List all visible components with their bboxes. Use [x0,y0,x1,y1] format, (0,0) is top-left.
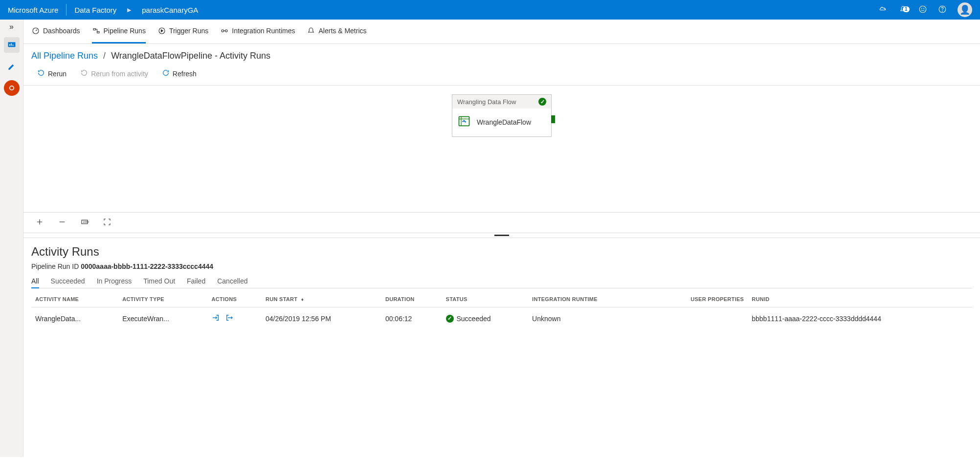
action-label: Rerun from activity [91,70,148,78]
main-content: Dashboards Pipeline Runs Trigger Runs In… [23,20,980,457]
table-row[interactable]: WrangleData... ExecuteWran... 04/26/2019… [31,307,972,330]
run-id-label: Pipeline Run ID [31,262,79,270]
svg-rect-6 [9,44,10,45]
activity-runs-section: Activity Runs Pipeline Run ID 0000aaaa-b… [23,238,980,336]
rerun-from-activity-icon [80,69,88,78]
tab-trigger-runs[interactable]: Trigger Runs [157,20,208,44]
col-user-properties[interactable]: USER PROPERTIES [648,290,748,307]
col-run-start-label: RUN START [266,296,297,302]
tab-dashboards[interactable]: Dashboards [31,20,80,44]
activity-runs-table: ACTIVITY NAME ACTIVITY TYPE ACTIONS RUN … [31,290,972,329]
refresh-button[interactable]: Refresh [162,69,197,78]
svg-point-14 [222,30,224,32]
author-pencil-icon[interactable] [4,59,20,74]
notifications-icon[interactable]: 1 [899,5,908,15]
rerun-from-activity-button: Rerun from activity [80,69,148,78]
tab-integration-runtimes[interactable]: Integration Runtimes [220,20,295,44]
cell-actions [207,307,261,330]
feedback-smile-icon[interactable] [918,5,927,15]
resource-crumb[interactable]: paraskCanaryGA [142,6,198,14]
left-rail: » [0,20,23,457]
tab-label: Integration Runtimes [232,27,295,35]
input-details-icon[interactable] [211,313,220,324]
section-heading: Activity Runs [31,245,972,259]
page-breadcrumb: All Pipeline Runs / WrangleDataFlowPipel… [23,44,980,63]
user-avatar[interactable] [958,2,972,17]
node-type-label: Wrangling Data Flow [457,98,516,106]
col-status[interactable]: STATUS [442,290,529,307]
breadcrumb-area: Microsoft Azure Data Factory ▶ paraskCan… [8,4,198,16]
rerun-icon [37,69,45,78]
cell-activity-name: WrangleData... [31,307,118,330]
filter-timed-out[interactable]: Timed Out [143,277,175,285]
cell-run-start: 04/26/2019 12:56 PM [262,307,381,330]
top-bar: Microsoft Azure Data Factory ▶ paraskCan… [0,0,980,20]
col-activity-name[interactable]: ACTIVITY NAME [31,290,118,307]
filter-all[interactable]: All [31,277,39,288]
zoom-toolbar: 100% [23,213,980,233]
brand-label[interactable]: Microsoft Azure [8,6,58,14]
success-check-icon [446,315,454,323]
zoom-out-icon[interactable] [58,218,67,228]
breadcrumb-current: WrangleDataFlowPipeline - Activity Runs [111,51,270,61]
toolbar-icons: 1 [879,2,972,17]
col-duration[interactable]: DURATION [381,290,442,307]
monitor-icon[interactable] [4,37,20,53]
breadcrumb-root-link[interactable]: All Pipeline Runs [31,51,98,61]
pipeline-canvas[interactable]: Wrangling Data Flow WrangleDataFlow [23,86,980,213]
node-body: WrangleDataFlow [452,109,551,136]
col-activity-type[interactable]: ACTIVITY TYPE [118,290,207,307]
run-id-value: 0000aaaa-bbbb-1111-2222-3333cccc4444 [81,262,213,270]
filter-in-progress[interactable]: In Progress [97,277,132,285]
filter-succeeded[interactable]: Succeeded [51,277,85,285]
tab-alerts-metrics[interactable]: Alerts & Metrics [307,20,366,44]
zoom-in-icon[interactable] [35,218,44,228]
activity-node[interactable]: Wrangling Data Flow WrangleDataFlow [452,94,552,137]
svg-point-1 [921,8,922,9]
chevron-right-icon: ▶ [127,7,131,13]
expand-rail-icon[interactable]: » [9,22,14,31]
split-handle[interactable] [23,233,980,238]
filter-cancelled[interactable]: Cancelled [217,277,247,285]
tab-label: Pipeline Runs [104,27,146,35]
cell-runid: bbbb1111-aaaa-2222-cccc-3333dddd4444 [748,307,972,330]
col-actions[interactable]: ACTIONS [207,290,261,307]
tab-label: Dashboards [43,27,80,35]
manage-icon[interactable] [4,80,20,96]
svg-point-9 [9,86,13,90]
col-run-start[interactable]: RUN START ♦ [262,290,381,307]
sort-icon: ♦ [301,297,304,302]
svg-rect-7 [11,44,12,46]
cell-integration-runtime: Unknown [528,307,648,330]
separator [66,4,67,16]
status-filters: All Succeeded In Progress Timed Out Fail… [31,277,972,288]
cell-status: Succeeded [442,307,529,330]
refresh-icon [162,69,170,78]
col-runid[interactable]: RUNID [748,290,972,307]
svg-rect-8 [12,44,13,46]
service-crumb[interactable]: Data Factory [74,6,116,14]
output-port[interactable] [551,115,555,123]
cell-user-properties [648,307,748,330]
cell-duration: 00:06:12 [381,307,442,330]
tab-label: Alerts & Metrics [318,27,366,35]
zoom-reset-icon[interactable]: 100% [80,218,89,228]
svg-point-4 [942,11,943,11]
output-details-icon[interactable] [225,313,234,324]
svg-point-2 [924,8,924,9]
node-header: Wrangling Data Flow [452,95,551,109]
help-icon[interactable] [938,5,947,15]
zoom-fit-icon[interactable] [103,218,111,228]
cloud-shell-icon[interactable] [879,5,888,15]
dataflow-icon [457,114,471,130]
action-bar: Rerun Rerun from activity Refresh [23,63,980,86]
col-integration-runtime[interactable]: INTEGRATION RUNTIME [528,290,648,307]
svg-text:100%: 100% [83,220,89,223]
action-label: Refresh [173,70,197,78]
status-text: Succeeded [457,315,491,323]
rerun-button[interactable]: Rerun [37,69,67,78]
tab-pipeline-runs[interactable]: Pipeline Runs [92,20,146,44]
filter-failed[interactable]: Failed [187,277,205,285]
tab-label: Trigger Runs [169,27,208,35]
action-label: Rerun [48,70,67,78]
